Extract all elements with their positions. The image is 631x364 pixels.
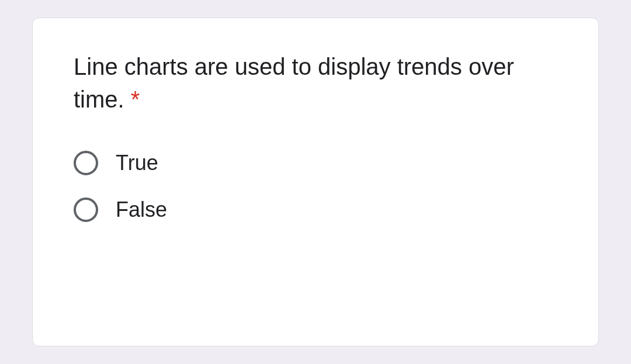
option-false[interactable]: False	[74, 197, 557, 222]
radio-icon	[74, 197, 98, 222]
options-group: True False	[74, 151, 557, 222]
option-label: True	[116, 151, 158, 175]
radio-icon	[74, 151, 98, 175]
option-label: False	[116, 197, 167, 222]
option-true[interactable]: True	[74, 151, 557, 175]
question-card: Line charts are used to display trends o…	[32, 18, 599, 346]
question-text: Line charts are used to display trends o…	[74, 50, 557, 116]
required-asterisk: *	[131, 86, 140, 112]
